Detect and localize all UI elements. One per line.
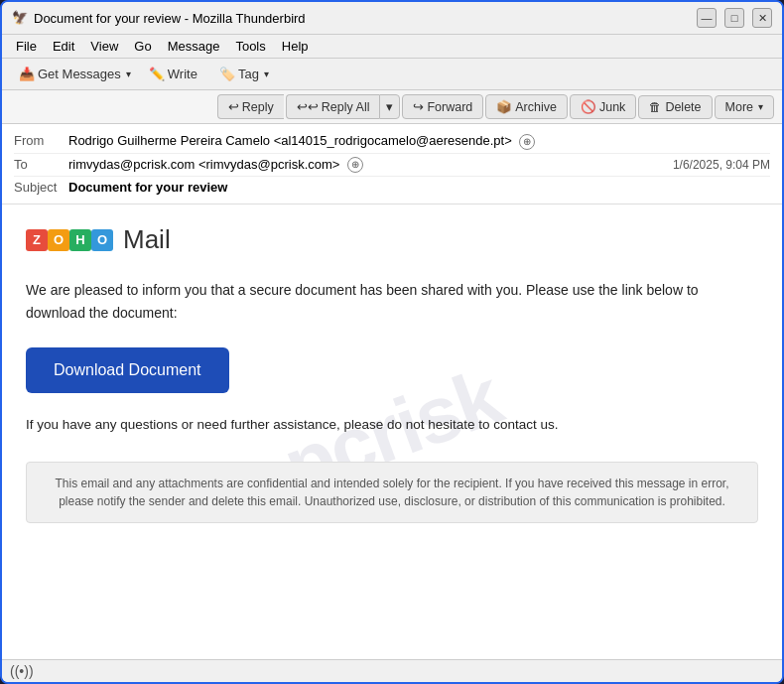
menu-message[interactable]: Message [162, 37, 226, 56]
write-label: Write [168, 67, 197, 81]
menu-tools[interactable]: Tools [229, 37, 271, 56]
subject-row: Subject Document for your review [14, 177, 770, 198]
zoho-logo: Z O H O Mail [26, 224, 758, 255]
get-messages-dropdown-icon: ▾ [126, 68, 131, 79]
close-button[interactable]: ✕ [752, 8, 772, 28]
reply-all-button[interactable]: ↩↩ Reply All [286, 94, 380, 119]
zoho-z: Z [26, 229, 48, 251]
get-messages-button[interactable]: 📥 Get Messages ▾ [10, 63, 136, 85]
reply-all-group: ↩↩ Reply All ▾ [286, 94, 401, 119]
from-value: Rodrigo Guilherme Pereira Camelo <al1401… [68, 133, 770, 150]
window-title: Document for your review - Mozilla Thund… [34, 11, 306, 26]
menu-file[interactable]: File [10, 37, 43, 56]
forward-button[interactable]: ↪ Forward [402, 94, 483, 119]
delete-icon: 🗑 [649, 100, 662, 114]
to-contact-icon[interactable]: ⊕ [347, 157, 363, 173]
zoho-o2: O [91, 229, 113, 251]
more-button[interactable]: More ▾ [715, 95, 774, 119]
write-icon: ✏️ [149, 67, 165, 81]
get-messages-label: Get Messages [38, 67, 121, 81]
from-label: From [14, 133, 68, 148]
to-row: To rimvydas@pcrisk.com <rimvydas@pcrisk.… [14, 154, 770, 178]
intro-text: We are pleased to inform you that a secu… [26, 279, 758, 324]
archive-button[interactable]: 📦 Archive [485, 94, 568, 119]
subject-label: Subject [14, 180, 68, 195]
menu-go[interactable]: Go [128, 37, 157, 56]
zoho-o1: O [48, 229, 69, 251]
reply-all-dropdown[interactable]: ▾ [379, 94, 400, 119]
menu-help[interactable]: Help [276, 37, 315, 56]
zoho-h: H [69, 229, 91, 251]
minimize-button[interactable]: — [697, 8, 717, 28]
zoho-mail-text: Mail [123, 224, 171, 255]
from-contact-icon[interactable]: ⊕ [519, 134, 535, 150]
disclaimer-box: This email and any attachments are confi… [26, 462, 758, 523]
email-content: Z O H O Mail We are pleased to inform yo… [26, 224, 758, 523]
to-value: rimvydas@pcrisk.com <rimvydas@pcrisk.com… [68, 157, 673, 174]
email-date: 1/6/2025, 9:04 PM [673, 158, 770, 172]
email-body: pcrisk Z O H O Mail We are pleased to in… [2, 205, 782, 659]
subject-value: Document for your review [68, 180, 770, 195]
tag-button[interactable]: 🏷️ Tag ▾ [210, 63, 274, 85]
app-window: 🦅 Document for your review - Mozilla Thu… [0, 0, 784, 684]
action-bar: ↩ Reply ↩↩ Reply All ▾ ↪ Forward 📦 Archi… [2, 90, 782, 124]
title-bar-left: 🦅 Document for your review - Mozilla Thu… [12, 10, 306, 26]
disclaimer-text: This email and any attachments are confi… [55, 477, 728, 508]
forward-icon: ↪ [413, 99, 424, 114]
status-bar: ((•)) [2, 659, 782, 682]
menu-bar: File Edit View Go Message Tools Help [2, 35, 782, 59]
to-label: To [14, 157, 68, 172]
title-bar: 🦅 Document for your review - Mozilla Thu… [2, 2, 782, 35]
wifi-icon: ((•)) [10, 663, 34, 679]
menu-edit[interactable]: Edit [47, 37, 80, 56]
junk-button[interactable]: 🚫 Junk [570, 94, 636, 119]
tag-icon: 🏷️ [219, 67, 235, 81]
more-dropdown-icon: ▾ [758, 101, 763, 112]
download-document-button[interactable]: Download Document [26, 347, 229, 393]
menu-view[interactable]: View [84, 37, 124, 56]
get-messages-icon: 📥 [19, 67, 35, 81]
delete-button[interactable]: 🗑 Delete [638, 95, 712, 119]
reply-all-icon: ↩↩ [297, 99, 319, 114]
window-controls: — □ ✕ [697, 8, 772, 28]
maximize-button[interactable]: □ [724, 8, 744, 28]
email-headers: From Rodrigo Guilherme Pereira Camelo <a… [2, 124, 782, 205]
from-row: From Rodrigo Guilherme Pereira Camelo <a… [14, 130, 770, 154]
archive-icon: 📦 [496, 99, 512, 114]
main-toolbar: 📥 Get Messages ▾ ✏️ Write 🏷️ Tag ▾ [2, 59, 782, 90]
zoho-letters: Z O H O [26, 229, 113, 251]
tag-dropdown-icon: ▾ [264, 68, 269, 79]
junk-icon: 🚫 [581, 99, 596, 114]
reply-icon: ↩ [228, 99, 239, 114]
tag-label: Tag [238, 67, 259, 81]
reply-group: ↩ Reply [217, 94, 284, 119]
footer-text: If you have any questions or need furthe… [26, 417, 758, 432]
app-icon: 🦅 [12, 10, 28, 26]
write-button[interactable]: ✏️ Write [140, 63, 206, 85]
reply-button[interactable]: ↩ Reply [217, 94, 284, 119]
